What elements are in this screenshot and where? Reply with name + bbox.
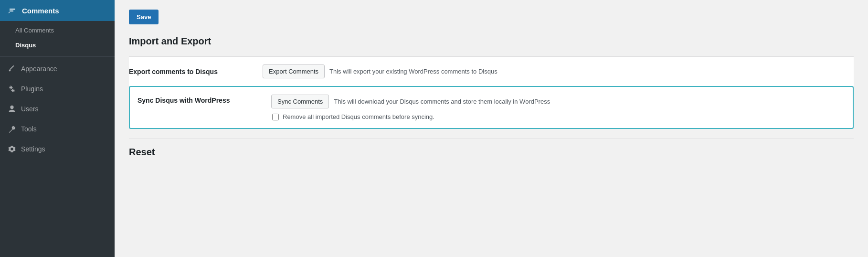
export-description: This will export your existing WordPress… bbox=[329, 68, 498, 75]
user-icon bbox=[8, 105, 16, 113]
sidebar-item-plugins[interactable]: Plugins bbox=[0, 79, 115, 99]
plugin-icon bbox=[8, 85, 16, 93]
sync-row-wrapper: Sync Disqus with WordPress Sync Comments… bbox=[129, 86, 854, 129]
reset-title: Reset bbox=[129, 147, 854, 158]
sync-comments-button[interactable]: Sync Comments bbox=[271, 95, 329, 108]
sidebar-item-all-comments[interactable]: All Comments bbox=[0, 23, 115, 38]
sidebar-item-appearance[interactable]: Appearance bbox=[0, 59, 115, 79]
sidebar-tools-label: Tools bbox=[21, 125, 37, 133]
sync-row-content: Sync Comments This will download your Di… bbox=[271, 95, 845, 120]
export-comments-button[interactable]: Export Comments bbox=[263, 64, 325, 78]
remove-imported-checkbox[interactable] bbox=[272, 114, 279, 120]
sync-row-top: Sync Comments This will download your Di… bbox=[271, 95, 845, 108]
sidebar-item-disqus[interactable]: Disqus bbox=[0, 38, 115, 53]
tools-icon bbox=[8, 125, 16, 133]
comment-icon bbox=[8, 6, 17, 15]
sidebar: Comments All Comments Disqus Appearance … bbox=[0, 0, 115, 257]
sync-description: This will download your Disqus comments … bbox=[334, 98, 550, 105]
sidebar-plugins-label: Plugins bbox=[21, 85, 43, 93]
settings-icon bbox=[8, 145, 16, 153]
sidebar-item-tools[interactable]: Tools bbox=[0, 119, 115, 139]
sync-checkbox-row: Remove all imported Disqus comments befo… bbox=[272, 113, 845, 120]
reset-divider bbox=[129, 139, 854, 139]
sync-label: Sync Disqus with WordPress bbox=[138, 95, 271, 104]
sidebar-users-label: Users bbox=[21, 105, 39, 113]
sync-checkbox-label[interactable]: Remove all imported Disqus comments befo… bbox=[283, 113, 434, 120]
export-row-content: Export Comments This will export your ex… bbox=[263, 64, 498, 78]
sidebar-submenu: All Comments Disqus bbox=[0, 21, 115, 54]
sidebar-divider-1 bbox=[0, 56, 115, 57]
sidebar-item-settings[interactable]: Settings bbox=[0, 139, 115, 159]
sidebar-appearance-label: Appearance bbox=[21, 65, 57, 73]
sync-row-inner: Sync Disqus with WordPress Sync Comments… bbox=[130, 87, 853, 128]
sidebar-comments-label: Comments bbox=[22, 7, 59, 15]
paint-brush-icon bbox=[8, 64, 16, 73]
sidebar-header-comments[interactable]: Comments bbox=[0, 0, 115, 21]
sidebar-item-users[interactable]: Users bbox=[0, 99, 115, 119]
sidebar-settings-label: Settings bbox=[21, 145, 45, 153]
import-export-title: Import and Export bbox=[129, 36, 854, 47]
export-row: Export comments to Disqus Export Comment… bbox=[129, 56, 854, 86]
save-button[interactable]: Save bbox=[129, 10, 159, 24]
main-content: Save Import and Export Export comments t… bbox=[115, 0, 868, 257]
export-label: Export comments to Disqus bbox=[129, 68, 263, 75]
